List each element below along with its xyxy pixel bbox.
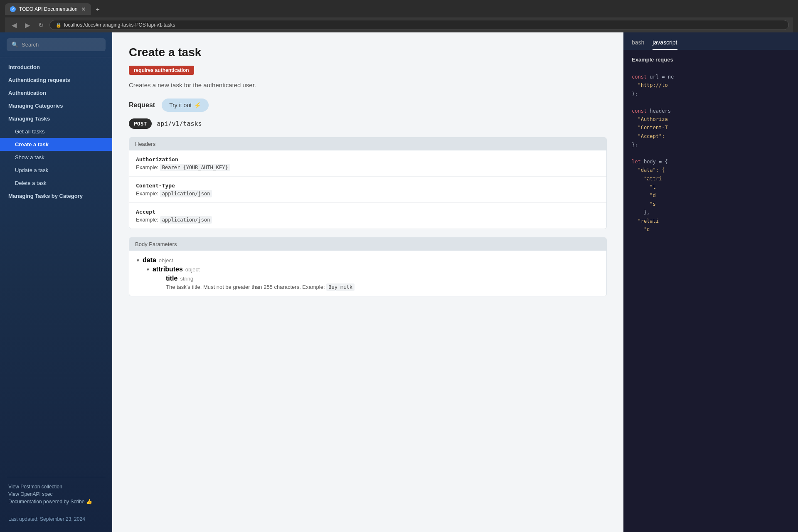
code-line-10 — [632, 149, 790, 158]
main-area: Create a task requires authentication Cr… — [112, 32, 798, 532]
example-request-label: Example reques — [632, 57, 673, 63]
doc-description: Creates a new task for the authenticated… — [129, 81, 607, 89]
attributes-param: ▼ attributes object title string The tas… — [136, 266, 600, 290]
sidebar-item-delete-a-task[interactable]: Delete a task — [0, 177, 112, 190]
code-line-1: const url = ne — [632, 73, 790, 81]
tab-javascript[interactable]: javascript — [653, 39, 677, 50]
code-line-16: "s — [632, 200, 790, 208]
code-line-4 — [632, 98, 790, 106]
code-line-12: "data": { — [632, 166, 790, 174]
data-param-name: data — [143, 256, 156, 264]
try-it-label: Try it out — [169, 102, 192, 108]
sidebar-search-area: 🔍 Search — [0, 32, 112, 57]
code-line-9: }; — [632, 140, 790, 149]
header-accept: Accept Example: application/json — [129, 203, 606, 229]
address-text: localhost/docs#managing-tasks-POSTapi-v1… — [64, 22, 175, 28]
title-example-value: Buy milk — [326, 283, 355, 291]
body-params-section: Body Parameters ▼ data object ▼ attribut… — [129, 237, 607, 296]
code-line-14: "t — [632, 183, 790, 191]
data-param-row: ▼ data object — [136, 256, 600, 264]
new-tab-button[interactable]: + — [93, 4, 103, 15]
sidebar-item-managing-tasks[interactable]: Managing Tasks — [0, 112, 112, 125]
code-line-3: ); — [632, 90, 790, 98]
postman-link[interactable]: View Postman collection — [8, 484, 104, 490]
title-param-description: The task's title. Must not be greater th… — [166, 284, 600, 290]
example-value-accept: application/json — [160, 216, 212, 224]
app-layout: 🔍 Search Introduction Authenticating req… — [0, 32, 798, 532]
tab-bash[interactable]: bash — [632, 39, 644, 50]
active-tab[interactable]: ✓ TODO API Documentation ✕ — [5, 3, 91, 15]
code-line-5: const headers — [632, 107, 790, 115]
doc-content: Create a task requires authentication Cr… — [112, 32, 623, 532]
address-bar[interactable]: 🔒 localhost/docs#managing-tasks-POSTapi-… — [49, 20, 789, 30]
header-example-authorization: Example: Bearer {YOUR_AUTH_KEY} — [136, 164, 600, 170]
title-param-name: title — [166, 275, 177, 282]
last-updated: Last updated: September 23, 2024 — [0, 513, 112, 525]
request-header: Request Try it out ⚡ — [129, 99, 607, 112]
try-it-button[interactable]: Try it out ⚡ — [162, 99, 209, 112]
header-example-accept: Example: application/json — [136, 217, 600, 223]
attributes-param-type: object — [185, 266, 200, 273]
sidebar-item-introduction[interactable]: Introduction — [0, 61, 112, 74]
example-value-ct: application/json — [160, 190, 212, 197]
header-example-content-type: Example: application/json — [136, 190, 600, 197]
header-name-authorization: Authorization — [136, 156, 600, 163]
header-authorization: Authorization Example: Bearer {YOUR_AUTH… — [129, 150, 606, 177]
openapi-link[interactable]: View OpenAPI spec — [8, 491, 104, 497]
back-button[interactable]: ◀ — [9, 20, 19, 30]
code-line-6: "Authoriza — [632, 115, 790, 123]
scribe-link[interactable]: Documentation powered by Scribe 👍 — [8, 499, 104, 505]
body-params-header: Body Parameters — [129, 238, 606, 251]
browser-chrome: ✓ TODO API Documentation ✕ + ◀ ▶ ↻ 🔒 loc… — [0, 0, 798, 32]
forward-button[interactable]: ▶ — [22, 20, 32, 30]
browser-tabs: ✓ TODO API Documentation ✕ + — [5, 3, 793, 15]
http-endpoint: api/v1/tasks — [157, 120, 202, 128]
example-label-auth: Example: — [136, 164, 158, 170]
header-name-content-type: Content-Type — [136, 182, 600, 189]
sidebar-item-update-a-task[interactable]: Update a task — [0, 164, 112, 177]
sidebar: 🔍 Search Introduction Authenticating req… — [0, 32, 112, 532]
sidebar-item-show-a-task[interactable]: Show a task — [0, 151, 112, 164]
code-line-19: "d — [632, 225, 790, 234]
header-content-type: Content-Type Example: application/json — [129, 177, 606, 203]
title-param-type: string — [180, 276, 193, 282]
code-panel-header: Example reques — [623, 50, 798, 66]
data-param-type: object — [159, 257, 173, 264]
code-line-8: "Accept": — [632, 132, 790, 140]
page-title: Create a task — [129, 46, 607, 59]
code-line-18: "relati — [632, 217, 790, 225]
search-placeholder: Search — [22, 42, 39, 48]
code-line-17: }, — [632, 208, 790, 217]
search-box[interactable]: 🔍 Search — [7, 38, 106, 51]
sidebar-item-create-a-task[interactable]: Create a task — [0, 138, 112, 151]
tab-close-button[interactable]: ✕ — [81, 6, 86, 12]
auth-badge: requires authentication — [129, 66, 194, 75]
sidebar-divider — [7, 477, 106, 477]
sidebar-item-get-all-tasks[interactable]: Get all tasks — [0, 125, 112, 138]
sidebar-item-managing-categories[interactable]: Managing Categories — [0, 99, 112, 112]
sidebar-nav: Introduction Authenticating requests Aut… — [0, 57, 112, 473]
http-method-badge: POST — [129, 118, 152, 129]
sidebar-item-authenticating-requests[interactable]: Authenticating requests — [0, 74, 112, 86]
title-param-row: title string — [166, 275, 600, 282]
tab-favicon: ✓ — [10, 6, 16, 12]
tab-title: TODO API Documentation — [19, 6, 78, 12]
search-icon: 🔍 — [12, 42, 18, 48]
example-value-auth: Bearer {YOUR_AUTH_KEY} — [160, 164, 230, 171]
headers-section: Headers Authorization Example: Bearer {Y… — [129, 137, 607, 229]
sidebar-footer: View Postman collection View OpenAPI spe… — [0, 480, 112, 510]
title-desc-text: The task's title. Must not be greater th… — [166, 284, 325, 290]
code-line-13: "attri — [632, 175, 790, 183]
code-panel-tabs: bash javascript — [623, 32, 798, 50]
attributes-param-name: attributes — [153, 266, 183, 273]
code-panel: bash javascript Example reques const url… — [623, 32, 798, 532]
code-line-7: "Content-T — [632, 123, 790, 132]
reload-button[interactable]: ↻ — [36, 20, 46, 30]
sidebar-item-authentication[interactable]: Authentication — [0, 86, 112, 99]
example-label-ct: Example: — [136, 190, 158, 197]
code-line-15: "d — [632, 191, 790, 200]
headers-section-header: Headers — [129, 138, 606, 150]
sidebar-item-managing-tasks-by-category[interactable]: Managing Tasks by Category — [0, 190, 112, 202]
lock-icon: 🔒 — [56, 22, 62, 28]
http-method-row: POST api/v1/tasks — [129, 118, 607, 129]
